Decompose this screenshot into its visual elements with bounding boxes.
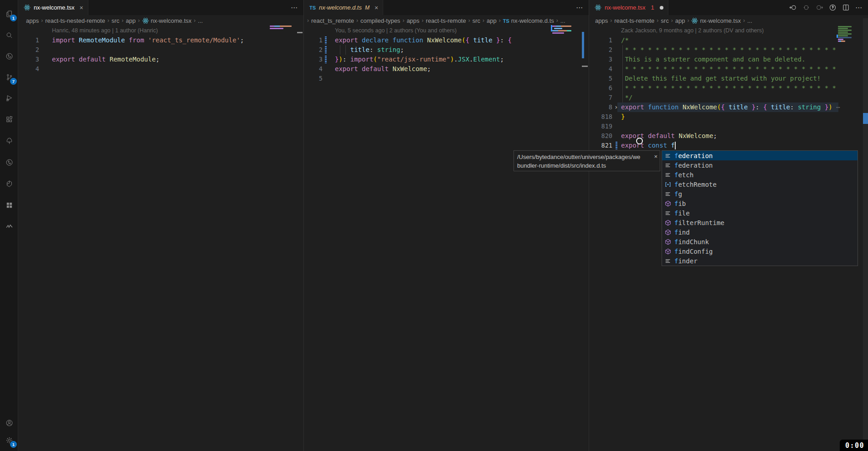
module-path-line-2: bundler-runtime/dist/src/index.d.ts [517, 161, 650, 170]
line-number: 1 [304, 36, 323, 45]
badge: 7 [10, 78, 17, 85]
activity-bar-extensions-icon[interactable] [0, 110, 18, 128]
suggest-item-federation[interactable]: federation [662, 151, 858, 160]
line-number: 3 [589, 55, 612, 64]
suggest-label: fib [674, 200, 686, 207]
breadcrumb-separator: › [402, 17, 404, 24]
activity-bar-project-tree-icon[interactable] [0, 132, 18, 150]
code-line-1: 1/* [589, 36, 868, 45]
breadcrumb-item[interactable]: ... [198, 17, 203, 24]
activity-bar-search-icon[interactable] [0, 26, 18, 44]
breadcrumb-separator: › [483, 17, 484, 24]
suggest-widget: federationfederationfetchfetchRemotefgfi… [662, 150, 858, 266]
breadcrumb-item[interactable]: react-ts-nested-remote [45, 17, 105, 24]
breadcrumb-item[interactable]: react-ts-remote [614, 17, 654, 24]
tab-nx-welcome.d.ts[interactable]: TSnx-welcome.d.tsM× [304, 0, 383, 15]
tab-close-icon[interactable]: × [375, 4, 378, 11]
line-number: 3 [304, 55, 323, 64]
breadcrumb-item[interactable]: TSnx-welcome.d.ts [503, 17, 554, 24]
scrollbar[interactable] [863, 18, 868, 451]
suggest-label: federation [674, 152, 713, 159]
breadcrumb-item[interactable]: apps [26, 17, 39, 24]
activity-bar-settings-icon[interactable]: 1 [0, 431, 18, 449]
suggest-label: finder [674, 257, 698, 265]
suggest-item-fetchRemote[interactable]: fetchRemote [662, 179, 858, 189]
breadcrumb-item[interactable]: src [112, 17, 119, 24]
suggest-item-find[interactable]: find [662, 227, 858, 237]
breadcrumb-item[interactable]: src [661, 17, 668, 24]
activity-bar-grid-tool-icon[interactable] [0, 196, 18, 214]
code-line-2: 2 [18, 45, 303, 55]
react-file-icon [24, 4, 31, 11]
tab-bar: TSnx-welcome.d.tsM×⋯ [304, 0, 589, 15]
suggest-item-federation[interactable]: federation [662, 160, 858, 170]
symbol-text-icon [664, 171, 672, 179]
tab-nx-welcome.tsx[interactable]: nx-welcome.tsx1 [589, 0, 668, 15]
open-changes-icon[interactable] [802, 4, 810, 11]
suggest-item-findConfig[interactable]: findConfig [662, 246, 858, 256]
breadcrumb-separator: › [356, 17, 358, 24]
breadcrumb-item[interactable]: apps [595, 17, 608, 24]
tab-bar: nx-welcome.tsx×⋯ [18, 0, 303, 15]
symbol-text-icon [664, 162, 672, 169]
symbol-text-icon [664, 190, 672, 198]
close-icon[interactable]: × [654, 152, 657, 161]
breadcrumb-separator: › [556, 17, 558, 24]
activity-bar-account-icon[interactable] [0, 414, 18, 432]
suggest-item-finder[interactable]: finder [662, 256, 858, 266]
breadcrumb-item[interactable]: app [675, 17, 685, 24]
goto-previous-change-icon[interactable] [789, 4, 797, 11]
activity-bar-run-and-debug-icon[interactable] [0, 89, 18, 107]
breadcrumb-item[interactable]: ... [747, 17, 752, 24]
breadcrumb-separator: › [108, 17, 109, 24]
breadcrumb-item[interactable]: ... [560, 17, 565, 24]
breadcrumb-item[interactable]: nx-welcome.tsx [691, 17, 741, 24]
dirty-dot-icon[interactable] [660, 6, 663, 10]
activity-bar-hexagon-tool-icon[interactable] [0, 174, 18, 193]
breadcrumb-item[interactable]: apps [406, 17, 419, 24]
breadcrumb-item[interactable]: react-ts-remote [426, 17, 466, 24]
activity-bar-wave-tool-icon[interactable] [0, 217, 18, 236]
breadcrumb-item[interactable]: app [487, 17, 497, 24]
activity-bar-source-control-icon[interactable]: 7 [0, 68, 18, 86]
breadcrumb-item[interactable]: app [126, 17, 136, 24]
tab-close-icon[interactable]: × [80, 4, 83, 11]
suggest-item-filterRuntime[interactable]: filterRuntime [662, 218, 858, 227]
breadcrumb-item[interactable]: react_ts_remote [311, 17, 354, 24]
fold-chevron-icon[interactable]: › [614, 102, 618, 112]
code-editor[interactable]: Zack Jackson, 9 months ago | 2 authors (… [589, 26, 868, 150]
code-line-2: 2 * * * * * * * * * * * * * * * * * * * … [589, 45, 868, 55]
suggest-item-fetch[interactable]: fetch [662, 170, 858, 179]
code-line-4: 4export default NxWelcome; [304, 64, 589, 74]
code-editor[interactable]: You, 5 seconds ago | 2 authors (You and … [304, 26, 589, 83]
suggest-label: file [674, 210, 690, 217]
tab-nx-welcome.tsx[interactable]: nx-welcome.tsx× [18, 0, 88, 15]
goto-next-change-icon[interactable] [816, 4, 823, 11]
breadcrumb-separator: › [41, 17, 43, 24]
breadcrumb-item[interactable]: src [473, 17, 480, 24]
breadcrumb-separator: › [122, 17, 123, 24]
activity-bar-explorer-icon[interactable]: 1 [0, 5, 18, 23]
activity-bar-gitlens-icon[interactable] [0, 47, 18, 65]
code-line-1: 1export declare function NxWelcome({ tit… [304, 36, 589, 45]
code-line-8: 8›export function NxWelcome({ title }: {… [589, 102, 868, 112]
suggest-item-fib[interactable]: fib [662, 199, 858, 208]
split-editor-icon[interactable] [842, 4, 850, 11]
code-line-3: 3 This is a starter component and can be… [589, 55, 868, 64]
blame-annotation: Zack Jackson, 9 months ago | 2 authors (… [621, 26, 764, 36]
line-number: 818 [589, 112, 612, 122]
commit-graph-icon[interactable] [829, 4, 837, 11]
suggest-item-file[interactable]: file [662, 208, 858, 218]
suggest-item-fg[interactable]: fg [662, 189, 858, 199]
line-number: 1 [589, 36, 612, 45]
symbol-method-icon [664, 219, 672, 226]
breadcrumb-item[interactable]: compiled-types [360, 17, 400, 24]
activity-bar-git-graph-icon[interactable] [0, 153, 18, 171]
line-number: 7 [589, 93, 612, 102]
more-actions-icon[interactable]: ⋯ [576, 4, 583, 12]
code-editor[interactable]: Hanric, 48 minutes ago | 1 author (Hanri… [18, 26, 303, 74]
breadcrumb-item[interactable]: nx-welcome.tsx [142, 17, 192, 24]
suggest-item-findChunk[interactable]: findChunk [662, 237, 858, 246]
more-actions-icon[interactable]: ⋯ [855, 4, 863, 12]
more-actions-icon[interactable]: ⋯ [291, 4, 298, 12]
